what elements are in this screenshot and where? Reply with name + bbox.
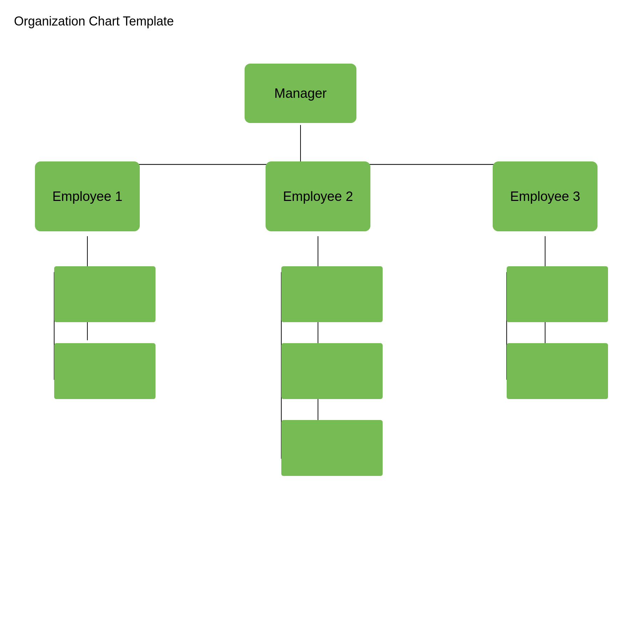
employee1-node[interactable]: Employee 1 xyxy=(35,161,140,231)
connector-svg xyxy=(14,50,630,624)
employee2-label: Employee 2 xyxy=(283,189,353,204)
e2-sub3-node[interactable] xyxy=(281,420,383,476)
e3-sub1-node[interactable] xyxy=(507,266,608,322)
manager-node[interactable]: Manager xyxy=(245,64,356,123)
employee3-label: Employee 3 xyxy=(510,189,580,204)
page: Organization Chart Template xyxy=(0,0,644,644)
manager-label: Manager xyxy=(274,86,327,101)
page-title: Organization Chart Template xyxy=(14,14,630,29)
chart-container: Manager Employee 1 Employee 2 Employee 3 xyxy=(14,50,630,624)
e2-sub1-node[interactable] xyxy=(281,266,383,322)
employee1-label: Employee 1 xyxy=(52,189,123,204)
e3-sub2-node[interactable] xyxy=(507,343,608,399)
employee3-node[interactable]: Employee 3 xyxy=(493,161,598,231)
employee2-node[interactable]: Employee 2 xyxy=(266,161,370,231)
e1-sub1-node[interactable] xyxy=(54,266,155,322)
e1-sub2-node[interactable] xyxy=(54,343,155,399)
e2-sub2-node[interactable] xyxy=(281,343,383,399)
